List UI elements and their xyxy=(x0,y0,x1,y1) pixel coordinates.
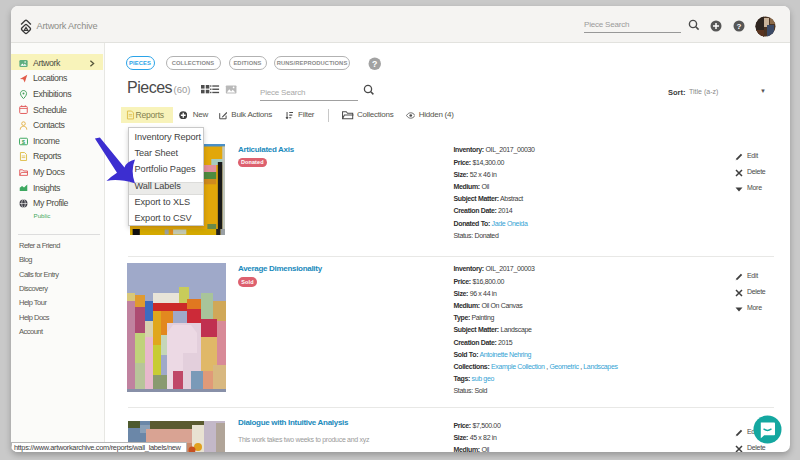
svg-text:?: ? xyxy=(737,21,742,30)
svg-text:$: $ xyxy=(22,138,26,144)
svg-text:?: ? xyxy=(372,59,377,69)
